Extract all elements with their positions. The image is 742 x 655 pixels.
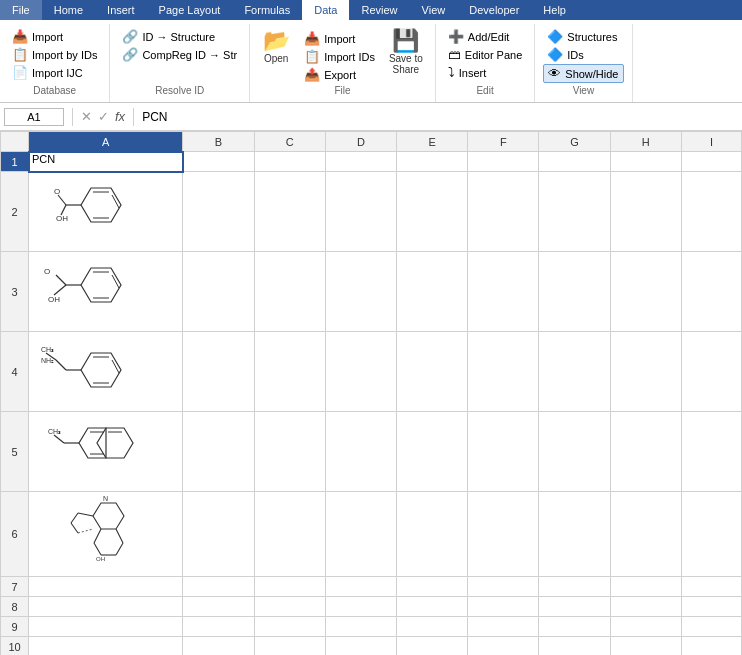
cell-F2[interactable] [468,172,539,252]
cell-G1[interactable] [539,152,610,172]
save-to-share-button[interactable]: 💾 Save toShare [385,28,427,77]
cell-G2[interactable] [539,172,610,252]
tab-help[interactable]: Help [531,0,578,20]
formula-input[interactable] [138,109,738,125]
cell-A2[interactable]: O OH [29,172,183,252]
cell-G6[interactable] [539,492,610,577]
cell-D6[interactable] [325,492,396,577]
cell-E8[interactable] [397,597,468,617]
col-header-H[interactable]: H [610,132,681,152]
cell-G8[interactable] [539,597,610,617]
tab-page-layout[interactable]: Page Layout [147,0,233,20]
cell-D3[interactable] [325,252,396,332]
cell-A3[interactable]: O OH • [29,252,183,332]
cell-A6[interactable]: N OH [29,492,183,577]
col-header-E[interactable]: E [397,132,468,152]
cell-E3[interactable] [397,252,468,332]
tab-home[interactable]: Home [42,0,95,20]
ids-button[interactable]: 🔷 IDs [543,46,623,63]
cell-C1[interactable] [254,152,325,172]
cell-H3[interactable] [610,252,681,332]
row-header-10[interactable]: 10 [1,637,29,656]
cell-F7[interactable] [468,577,539,597]
cell-I3[interactable] [681,252,741,332]
cell-G4[interactable] [539,332,610,412]
cell-H8[interactable] [610,597,681,617]
cell-C6[interactable] [254,492,325,577]
cell-B8[interactable] [183,597,254,617]
row-header-2[interactable]: 2 [1,172,29,252]
cell-D9[interactable] [325,617,396,637]
cell-I5[interactable] [681,412,741,492]
cell-A4[interactable]: CH₃ NH₂ [29,332,183,412]
cell-I4[interactable] [681,332,741,412]
cell-reference[interactable] [4,108,64,126]
cell-G7[interactable] [539,577,610,597]
cell-H5[interactable] [610,412,681,492]
row-header-4[interactable]: 4 [1,332,29,412]
cell-H6[interactable] [610,492,681,577]
import-button[interactable]: 📥 Import [8,28,101,45]
id-to-structure-button[interactable]: 🔗 ID → Structure [118,28,241,45]
cell-B9[interactable] [183,617,254,637]
cell-H1[interactable] [610,152,681,172]
cell-G9[interactable] [539,617,610,637]
add-edit-button[interactable]: ➕ Add/Edit [444,28,526,45]
cell-C4[interactable] [254,332,325,412]
cell-F8[interactable] [468,597,539,617]
export-button[interactable]: 📤 Export [300,66,379,83]
cell-G10[interactable] [539,637,610,656]
row-header-5[interactable]: 5 [1,412,29,492]
cell-B2[interactable] [183,172,254,252]
editor-pane-button[interactable]: 🗃 Editor Pane [444,46,526,63]
col-header-C[interactable]: C [254,132,325,152]
cell-F6[interactable] [468,492,539,577]
cell-B5[interactable] [183,412,254,492]
cell-I7[interactable] [681,577,741,597]
cell-H2[interactable] [610,172,681,252]
col-header-D[interactable]: D [325,132,396,152]
row-header-6[interactable]: 6 [1,492,29,577]
tab-formulas[interactable]: Formulas [232,0,302,20]
cell-B7[interactable] [183,577,254,597]
cell-C10[interactable] [254,637,325,656]
import-ijc-button[interactable]: 📄 Import IJC [8,64,101,81]
cell-B1[interactable] [183,152,254,172]
cell-C2[interactable] [254,172,325,252]
compreg-to-str-button[interactable]: 🔗 CompReg ID → Str [118,46,241,63]
cell-E6[interactable] [397,492,468,577]
cell-A7[interactable] [29,577,183,597]
cell-A5[interactable]: CH₃ [29,412,183,492]
file-import-ids-button[interactable]: 📋 Import IDs [300,48,379,65]
cell-D4[interactable] [325,332,396,412]
cell-I10[interactable] [681,637,741,656]
cell-F3[interactable] [468,252,539,332]
cell-G5[interactable] [539,412,610,492]
col-header-F[interactable]: F [468,132,539,152]
cell-F4[interactable] [468,332,539,412]
row-header-3[interactable]: 3 [1,252,29,332]
tab-review[interactable]: Review [349,0,409,20]
cell-D8[interactable] [325,597,396,617]
file-import-button[interactable]: 📥 Import [300,30,379,47]
cell-C3[interactable] [254,252,325,332]
cell-E5[interactable] [397,412,468,492]
cell-F10[interactable] [468,637,539,656]
cell-C9[interactable] [254,617,325,637]
cancel-formula-icon[interactable]: ✕ [81,109,92,124]
cell-I8[interactable] [681,597,741,617]
cell-E10[interactable] [397,637,468,656]
cell-D1[interactable] [325,152,396,172]
cell-F1[interactable] [468,152,539,172]
cell-B4[interactable] [183,332,254,412]
tab-insert[interactable]: Insert [95,0,147,20]
import-by-ids-button[interactable]: 📋 Import by IDs [8,46,101,63]
col-header-G[interactable]: G [539,132,610,152]
cell-D10[interactable] [325,637,396,656]
col-header-B[interactable]: B [183,132,254,152]
cell-H4[interactable] [610,332,681,412]
cell-C5[interactable] [254,412,325,492]
cell-B6[interactable] [183,492,254,577]
row-header-8[interactable]: 8 [1,597,29,617]
cell-E4[interactable] [397,332,468,412]
